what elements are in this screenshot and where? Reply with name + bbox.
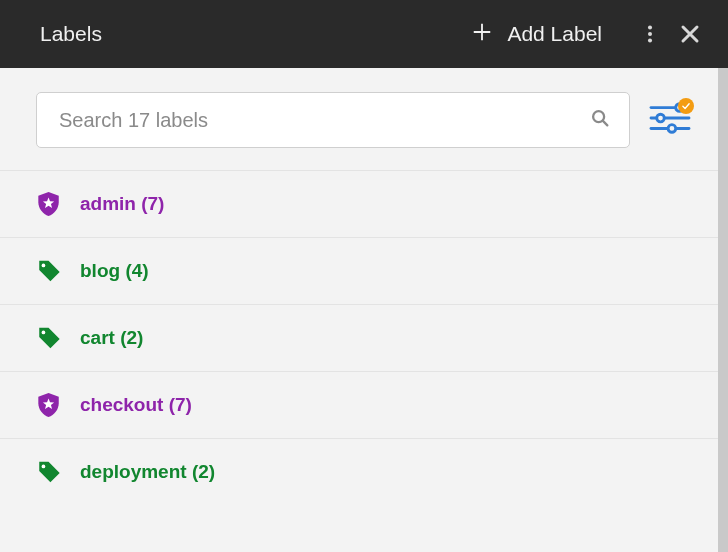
label-row-admin[interactable]: admin (7) — [0, 170, 718, 237]
shield-icon — [36, 191, 62, 217]
more-vertical-icon — [639, 23, 661, 45]
search-icon — [589, 107, 611, 133]
search-input[interactable] — [59, 109, 589, 132]
svg-point-0 — [648, 26, 652, 30]
tag-icon — [36, 325, 62, 351]
search-box[interactable] — [36, 92, 630, 148]
search-row — [0, 68, 718, 170]
panel-title: Labels — [40, 22, 102, 46]
label-text: deployment (2) — [80, 461, 215, 483]
svg-point-1 — [648, 32, 652, 36]
label-text: admin (7) — [80, 193, 164, 215]
filter-active-badge — [678, 98, 694, 114]
panel-header: Labels Add Label — [0, 0, 728, 68]
shield-icon — [36, 392, 62, 418]
label-row-deployment[interactable]: deployment (2) — [0, 438, 718, 505]
more-options-button[interactable] — [634, 18, 666, 50]
panel-body: admin (7)blog (4)cart (2)checkout (7)dep… — [0, 68, 728, 552]
close-icon — [678, 22, 702, 46]
tag-icon — [36, 459, 62, 485]
svg-point-2 — [648, 38, 652, 42]
tag-icon — [36, 258, 62, 284]
label-text: cart (2) — [80, 327, 143, 349]
label-row-checkout[interactable]: checkout (7) — [0, 371, 718, 438]
plus-icon — [471, 21, 493, 48]
label-row-cart[interactable]: cart (2) — [0, 304, 718, 371]
labels-panel: Labels Add Label — [0, 0, 728, 552]
svg-line-4 — [603, 121, 607, 125]
label-list: admin (7)blog (4)cart (2)checkout (7)dep… — [0, 170, 718, 552]
add-label-button[interactable]: Add Label — [471, 21, 602, 48]
label-text: checkout (7) — [80, 394, 192, 416]
svg-point-9 — [657, 114, 665, 122]
add-label-text: Add Label — [507, 22, 602, 46]
svg-point-10 — [668, 125, 676, 133]
label-text: blog (4) — [80, 260, 149, 282]
filter-button[interactable] — [646, 96, 694, 144]
close-button[interactable] — [674, 18, 706, 50]
label-row-blog[interactable]: blog (4) — [0, 237, 718, 304]
